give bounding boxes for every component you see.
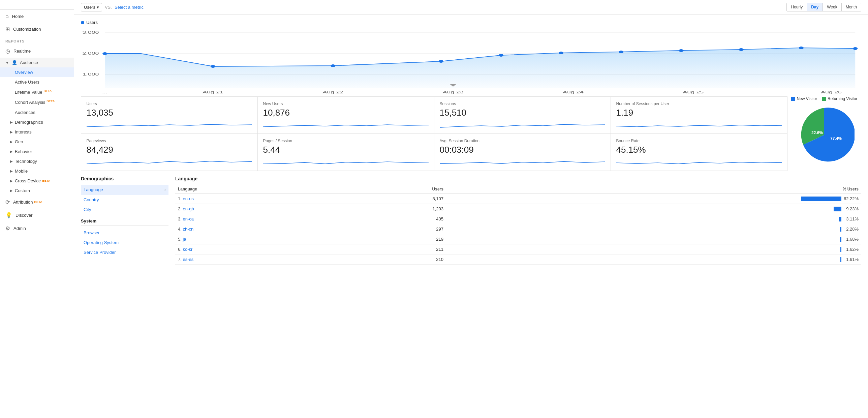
sidebar-item-attribution[interactable]: ⟳ AttributionBETA: [0, 196, 74, 209]
metric-card-avg-session-duration: Avg. Session Duration 00:03:09: [434, 133, 611, 171]
metric-value-users: 13,035: [87, 108, 252, 118]
sparkline-sessions-per-user: [616, 120, 782, 130]
demographics-title: Demographics: [81, 176, 168, 181]
language-table-title: Language: [175, 176, 861, 181]
demo-link-service-provider[interactable]: Service Provider: [81, 247, 168, 257]
metric-dropdown[interactable]: Users ▾: [81, 3, 102, 11]
sidebar-item-audiences[interactable]: Audiences: [0, 108, 74, 117]
lang-users: 405: [337, 214, 446, 224]
lang-users: 297: [337, 224, 446, 234]
sidebar-item-customization[interactable]: Customization: [0, 23, 74, 36]
metric-label: Users: [84, 5, 95, 10]
sidebar-item-lifetime-value[interactable]: Lifetime ValueBETA: [0, 87, 74, 97]
sparkline-sessions: [440, 120, 605, 130]
lang-bar: [839, 217, 841, 221]
sidebar-item-discover[interactable]: 💡 Discover: [0, 209, 74, 222]
demo-link-browser[interactable]: Browser: [81, 228, 168, 238]
sidebar-item-demographics[interactable]: ▶ Demographics: [0, 117, 74, 127]
metric-label-avg-session-duration: Avg. Session Duration: [440, 139, 605, 143]
metric-label-sessions-per-user: Number of Sessions per User: [616, 101, 782, 106]
technology-arrow: ▶: [10, 159, 13, 163]
pie-legend-new-visitor: New Visitor: [791, 96, 817, 101]
sidebar-item-overview[interactable]: Overview: [0, 67, 74, 77]
time-btn-day[interactable]: Day: [807, 3, 823, 11]
pct-users-col-header: % Users: [446, 185, 861, 194]
sparkline-avg-session-duration: [440, 157, 605, 167]
chart-area: Users 3,000 2,000 1,000: [74, 14, 868, 91]
metric-label-bounce-rate: Bounce Rate: [616, 139, 782, 143]
sidebar-item-admin[interactable]: ⚙ Admin: [0, 222, 74, 235]
svg-text:22.6%: 22.6%: [811, 130, 823, 135]
demo-link-city[interactable]: City: [81, 205, 168, 214]
svg-point-8: [211, 65, 215, 68]
metric-label-users: Users: [87, 101, 252, 106]
sidebar-item-custom[interactable]: ▶ Custom: [0, 186, 74, 196]
lang-link[interactable]: ko-kr: [183, 247, 192, 252]
language-table-row: 4. zh-cn 297 2.28%: [175, 224, 861, 234]
lang-pct-bar-cell: 1.68%: [446, 234, 861, 244]
sidebar-item-behavior[interactable]: ▶ Behavior: [0, 147, 74, 156]
lang-link[interactable]: en-us: [183, 196, 194, 201]
svg-point-9: [331, 64, 335, 67]
sidebar-item-audience[interactable]: ▼ 👤 Audience: [0, 58, 74, 67]
customization-icon: [5, 26, 10, 32]
lang-users: 210: [337, 255, 446, 265]
sidebar-item-active-users[interactable]: Active Users: [0, 77, 74, 87]
lang-bar: [834, 207, 841, 211]
pie-legend: New Visitor Returning Visitor: [791, 96, 858, 101]
lifetime-value-beta-badge: BETA: [43, 89, 52, 93]
metric-card-sessions-per-user: Number of Sessions per User 1.19: [611, 96, 787, 134]
lang-link[interactable]: en-gb: [183, 206, 194, 211]
metric-label-sessions: Sessions: [440, 101, 605, 106]
lang-link[interactable]: en-ca: [183, 216, 194, 221]
language-table-panel: Language Language Users % Users 1. en-us…: [175, 176, 861, 265]
sidebar-realtime-label: Realtime: [13, 49, 31, 54]
metric-card-users: Users 13,035: [81, 96, 258, 134]
language-table-header: Language Users % Users: [175, 185, 861, 194]
cohort-beta-badge: BETA: [46, 99, 55, 103]
lang-pct: 9.23%: [843, 206, 859, 211]
lang-rank: 3. en-ca: [175, 214, 337, 224]
demo-link-language[interactable]: Language ›: [81, 185, 168, 195]
sparkline-pageviews: [87, 157, 252, 167]
sidebar-item-cross-device[interactable]: ▶ Cross DeviceBETA: [0, 176, 74, 186]
sidebar-item-geo[interactable]: ▶ Geo: [0, 137, 74, 147]
lang-rank: 1. en-us: [175, 194, 337, 204]
lang-link[interactable]: es-es: [183, 257, 193, 262]
lang-link[interactable]: zh-cn: [183, 227, 193, 232]
metric-card-pageviews: Pageviews 84,429: [81, 133, 258, 171]
lang-pct: 2.28%: [843, 227, 859, 232]
sidebar-audience-label: Audience: [20, 60, 38, 65]
lang-pct-bar-cell: 3.11%: [446, 214, 861, 224]
language-table-row: 7. es-es 210 1.61%: [175, 255, 861, 265]
sidebar-item-realtime[interactable]: ◷ Realtime: [0, 44, 74, 58]
sidebar-item-mobile[interactable]: ▶ Mobile: [0, 166, 74, 176]
sidebar: Home Customization REPORTS ◷ Realtime ▼ …: [0, 0, 74, 418]
metric-label-new-users: New Users: [263, 101, 429, 106]
lang-pct-bar-cell: 2.28%: [446, 224, 861, 234]
lang-users: 211: [337, 244, 446, 255]
sparkline-pages-per-session: [263, 157, 429, 167]
svg-point-11: [499, 54, 503, 57]
lang-link[interactable]: ja: [183, 237, 186, 242]
time-btn-hourly[interactable]: Hourly: [786, 3, 807, 11]
pie-legend-returning-visitor: Returning Visitor: [822, 96, 858, 101]
sidebar-home-label: Home: [12, 14, 24, 19]
time-btn-month[interactable]: Month: [842, 3, 861, 11]
sidebar-item-cohort-analysis[interactable]: Cohort AnalysisBETA: [0, 97, 74, 107]
sidebar-item-technology[interactable]: ▶ Technology: [0, 156, 74, 166]
language-table-row: 3. en-ca 405 3.11%: [175, 214, 861, 224]
users-col-header: Users: [337, 185, 446, 194]
lang-pct: 62.22%: [843, 196, 859, 201]
audience-arrow: ▼: [5, 61, 9, 65]
select-metric-link[interactable]: Select a metric: [115, 5, 144, 10]
metric-card-new-users: New Users 10,876: [257, 96, 434, 134]
sidebar-item-home[interactable]: Home: [0, 10, 74, 23]
sidebar-item-interests[interactable]: ▶ Interests: [0, 127, 74, 137]
time-btn-week[interactable]: Week: [823, 3, 841, 11]
new-visitor-color: [791, 97, 795, 101]
demo-link-os[interactable]: Operating System: [81, 238, 168, 247]
returning-visitor-label: Returning Visitor: [828, 96, 858, 101]
attribution-icon: ⟳: [5, 199, 10, 205]
demo-link-country[interactable]: Country: [81, 195, 168, 205]
